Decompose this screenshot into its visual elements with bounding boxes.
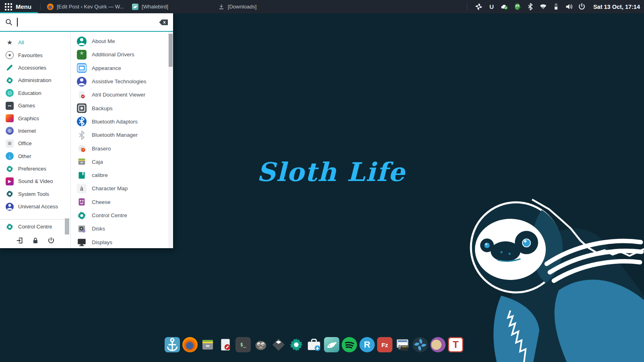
whalebird-window-icon (132, 4, 138, 10)
inkscape-icon (271, 337, 286, 352)
sidebar-item-office[interactable]: ≡Office (0, 137, 70, 150)
shutdown-button[interactable] (47, 237, 55, 244)
tray-bluetooth-icon[interactable] (526, 3, 534, 10)
sidebar-item-all[interactable]: ★All (0, 36, 70, 49)
logout-button[interactable] (16, 237, 23, 244)
dock-typora[interactable]: T (448, 337, 463, 352)
clear-search-icon[interactable] (159, 19, 168, 25)
tray-battery-icon[interactable] (552, 3, 560, 10)
tray-cloud-sync-icon[interactable] (501, 3, 508, 10)
dock-gimp[interactable] (253, 337, 268, 352)
downloads-window[interactable]: [Downloads] (214, 0, 261, 13)
app-item-appearance[interactable]: Appearance (71, 62, 173, 75)
sidebar-item-universal-access[interactable]: Universal Access (0, 200, 70, 213)
app-label: Backups (92, 105, 113, 111)
tray-wifi-icon[interactable] (539, 3, 547, 10)
sidebar-item-education[interactable]: ⊙Education (0, 87, 70, 99)
sidebar-item-sound-video[interactable]: ▶Sound & Video (0, 175, 70, 187)
app-item-backups[interactable]: Backups (71, 101, 173, 115)
app-item-about-me[interactable]: About Me (71, 35, 173, 48)
tray-power-icon[interactable] (578, 3, 586, 10)
dock-pluma-text-editor[interactable] (218, 337, 233, 352)
tray-volume-icon[interactable] (565, 3, 573, 10)
downloads-window-label: [Downloads] (228, 4, 257, 10)
dock-remote-desktop[interactable] (395, 337, 410, 352)
sidebar-item-other[interactable]: ↓Other (0, 150, 70, 162)
sidebar-item-preferences[interactable]: Preferences (0, 162, 70, 175)
sidebar-item-system-tools[interactable]: System Tools (0, 188, 70, 200)
top-panel: Menu [Edit Post ‹ Kev Quirk — W...[Whale… (0, 0, 644, 13)
category-label: Games (18, 103, 35, 109)
tray-vpn-status-icon[interactable] (514, 3, 521, 10)
app-item-brasero[interactable]: Brasero (71, 142, 173, 155)
menu-grid-icon (5, 3, 12, 10)
app-label: Cheese (92, 199, 111, 205)
app-item-disks[interactable]: Disks (71, 222, 173, 235)
search-input[interactable] (22, 19, 155, 25)
caja-file-manager-icon (200, 337, 215, 352)
dock-inkscape[interactable] (271, 337, 286, 352)
menu-button-label: Menu (16, 3, 31, 10)
graphics-icon (6, 114, 14, 122)
edit-post-window[interactable]: [Edit Post ‹ Kev Quirk — W... (43, 0, 128, 13)
sidebar-item-favourites[interactable]: ♥Favourites (0, 49, 70, 61)
category-label: System Tools (18, 191, 49, 197)
category-label: Sound & Video (18, 178, 53, 184)
category-label: Favourites (18, 52, 43, 58)
app-item-cheese[interactable]: Cheese (71, 195, 173, 209)
wallpaper-title: Sloth Life (257, 157, 405, 187)
dock-terminal[interactable]: $_ (235, 337, 251, 352)
app-item-atril-document-viewer[interactable]: Atril Document Viewer (71, 88, 173, 101)
sidebar-item-games[interactable]: ●●Games (0, 99, 70, 112)
control-centre-icon (6, 223, 14, 231)
app-label: Disks (92, 226, 105, 232)
app-item-character-map[interactable]: àCharacter Map (71, 182, 173, 195)
app-item-assistive-technologies[interactable]: Assistive Technologies (71, 75, 173, 88)
sidebar-item-accessories[interactable]: Accessories (0, 62, 70, 74)
app-item-displays[interactable]: Displays (71, 235, 173, 249)
app-item-control-centre[interactable]: Control Centre (71, 209, 173, 222)
dock-media-ball-app[interactable] (430, 337, 446, 352)
dock-firefox[interactable] (182, 337, 198, 352)
search-icon (5, 18, 13, 26)
app-item-additional-drivers[interactable]: *Additional Drivers (71, 48, 173, 61)
edit-post-window-icon (47, 4, 54, 10)
tray-shutter-icon[interactable] (475, 3, 483, 10)
app-item-bluetooth-manager[interactable]: Bluetooth Manager (71, 128, 173, 142)
lock-screen-button[interactable] (32, 237, 39, 244)
firefox-icon (182, 337, 198, 352)
sidebar-item-internet[interactable]: ⊕Internet (0, 125, 70, 137)
dock-docky[interactable] (165, 337, 180, 352)
category-label: Education (18, 90, 41, 96)
dock-spotify[interactable] (342, 337, 357, 352)
dock-software-boutique[interactable] (306, 337, 322, 352)
menu-button[interactable]: Menu (0, 0, 38, 13)
app-list-scrollbar-thumb[interactable] (169, 34, 173, 67)
app-item-bluetooth-adaptors[interactable]: Bluetooth Adaptors (71, 115, 173, 128)
internet-icon: ⊕ (6, 127, 14, 135)
sidebar-scrollbar-thumb[interactable] (65, 218, 69, 234)
sidebar-item-graphics[interactable]: Graphics (0, 112, 70, 124)
dock-shutter[interactable] (413, 337, 428, 352)
app-list-scrollbar[interactable] (168, 32, 173, 248)
dock-rambox[interactable]: R (359, 337, 375, 352)
category-label: Office (18, 140, 32, 146)
dock-caja-file-manager[interactable] (200, 337, 215, 352)
brasero-icon (77, 144, 87, 153)
dock-mate-tweak[interactable] (289, 337, 304, 352)
whalebird-window[interactable]: [Whalebird] (128, 0, 172, 13)
sidebar-item-administration[interactable]: Administration (0, 74, 70, 86)
dock-filezilla[interactable]: Fz (377, 337, 392, 352)
panel-clock[interactable]: Sat 13 Oct, 17:14 (593, 4, 640, 10)
assistive-technologies-icon (77, 77, 87, 86)
tray-ulauncher-icon[interactable]: U (488, 3, 495, 10)
app-label: Appearance (92, 65, 121, 71)
typora-icon: T (448, 337, 463, 352)
preferences-icon (6, 165, 14, 173)
category-label: Internet (18, 128, 36, 134)
dock-whalebird[interactable] (324, 337, 339, 352)
sidebar-item-control-centre[interactable]: Control Centre (0, 220, 70, 233)
app-item-caja[interactable]: Caja (71, 155, 173, 169)
app-item-calibre[interactable]: calibre (71, 169, 173, 182)
menu-active-underline (0, 12, 38, 13)
